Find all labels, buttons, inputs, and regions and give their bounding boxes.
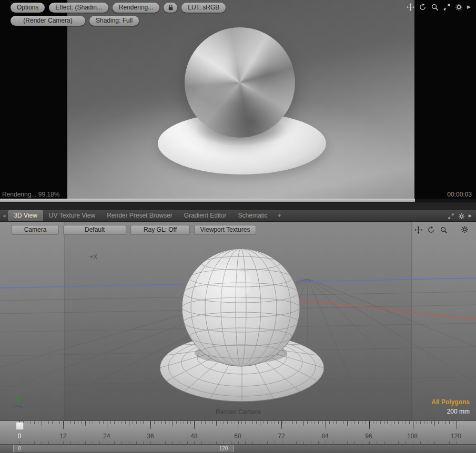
selection-mode-label: All Polygons [431, 398, 470, 406]
timeline-label-72: 72 [278, 433, 285, 440]
raygl-button[interactable]: Ray GL: Off [130, 225, 190, 235]
wireframe-sphere [182, 249, 300, 366]
panel-divider [0, 202, 476, 210]
timeline-major-ticks [19, 421, 457, 429]
lock-icon [167, 4, 175, 12]
menu-arrow-icon[interactable]: ▶ [467, 5, 471, 9]
rendered-sphere [185, 27, 295, 138]
render-camera-button[interactable]: (Render Camera) [11, 16, 85, 26]
viewport-textures-button[interactable]: Viewport Textures [194, 225, 256, 235]
pan-icon[interactable] [414, 226, 422, 234]
tab-uv-texture-view[interactable]: UV Texture View [43, 210, 101, 221]
expand-icon[interactable] [448, 213, 454, 220]
timeline-range-bar[interactable]: 0 120 [0, 444, 476, 453]
rotate-icon[interactable] [427, 226, 435, 234]
tab-add-button[interactable]: + [274, 210, 286, 221]
viewport-controls [414, 226, 448, 234]
render-preview-image[interactable] [67, 0, 414, 199]
viewport-3d[interactable]: Camera Default Ray GL: Off Viewport Text… [0, 222, 476, 420]
range-handle[interactable] [13, 445, 234, 452]
timeline-label-96: 96 [365, 433, 372, 440]
render-preview-viewport[interactable]: Options Effect: (Shadin... Rendering... … [0, 0, 476, 199]
timeline[interactable]: 0 12 24 36 48 60 72 84 96 108 120 [0, 420, 476, 444]
3d-scene-canvas[interactable] [0, 222, 476, 420]
viewport-tab-bar: ◀ 3D View UV Texture View Render Preset … [0, 210, 476, 222]
render-elapsed-time: 00:00:03 [447, 191, 472, 198]
effect-button[interactable]: Effect: (Shadin... [49, 3, 108, 13]
modo-window: Options Effect: (Shadin... Rendering... … [0, 0, 476, 453]
pan-icon[interactable] [407, 3, 414, 11]
render-toolbar-row2: (Render Camera) Shading: Full [11, 16, 139, 26]
zoom-icon[interactable] [440, 226, 448, 234]
lut-button[interactable]: LUT: sRGB [181, 3, 226, 13]
camera-select-button[interactable]: Camera [12, 225, 59, 235]
playhead[interactable] [16, 422, 24, 430]
tab-3d-view[interactable]: 3D View [8, 210, 43, 221]
zoom-icon[interactable] [431, 3, 439, 11]
tab-gradient-editor[interactable]: Gradient Editor [178, 210, 232, 221]
timeline-label-24: 24 [103, 433, 110, 440]
range-end-label: 120 [219, 446, 228, 451]
focal-length-label: 200 mm [431, 408, 470, 415]
gear-icon[interactable] [461, 225, 469, 233]
camera-name-label: Render Camera [65, 408, 412, 416]
timeline-label-60: 60 [234, 433, 241, 440]
shading-mode-button[interactable]: Shading: Full [89, 16, 139, 26]
tab-scroll-left-icon[interactable]: ◀ [3, 214, 5, 218]
menu-arrow-icon[interactable]: ▶ [469, 214, 472, 218]
render-toolbar-row1: Options Effect: (Shadin... Rendering... … [11, 3, 226, 13]
expand-icon[interactable] [443, 3, 451, 11]
gear-icon[interactable] [455, 3, 463, 11]
render-view-controls: ▶ [407, 3, 471, 11]
rendering-button[interactable]: Rendering... [113, 3, 159, 13]
viewport-info: All Polygons 200 mm [431, 398, 470, 415]
tab-render-preset-browser[interactable]: Render Preset Browser [101, 210, 178, 221]
timeline-label-36: 36 [147, 433, 154, 440]
timeline-label-48: 48 [190, 433, 197, 440]
render-progress-fill [0, 199, 415, 202]
rotate-icon[interactable] [419, 3, 427, 11]
options-button[interactable]: Options [11, 3, 45, 13]
lock-button[interactable] [164, 3, 177, 13]
timeline-label-120: 120 [451, 433, 461, 440]
timeline-label-108: 108 [407, 433, 418, 440]
render-progress-bar [0, 199, 476, 202]
render-status-text: Rendering... 99.18% [2, 191, 59, 198]
gear-icon[interactable] [458, 213, 465, 220]
timeline-label-0: 0 [18, 433, 22, 440]
shading-preset-button[interactable]: Default [63, 225, 126, 235]
tab-schematic[interactable]: Schematic [232, 210, 274, 221]
axis-gizmo-icon [12, 395, 25, 409]
range-start-label: 0 [18, 446, 21, 451]
viewport-toolbar: Camera Default Ray GL: Off Viewport Text… [12, 225, 256, 235]
timeline-label-12: 12 [59, 433, 66, 440]
axis-label: +X [89, 253, 97, 261]
timeline-label-84: 84 [321, 433, 328, 440]
tab-bar-controls: ▶ [448, 210, 472, 222]
